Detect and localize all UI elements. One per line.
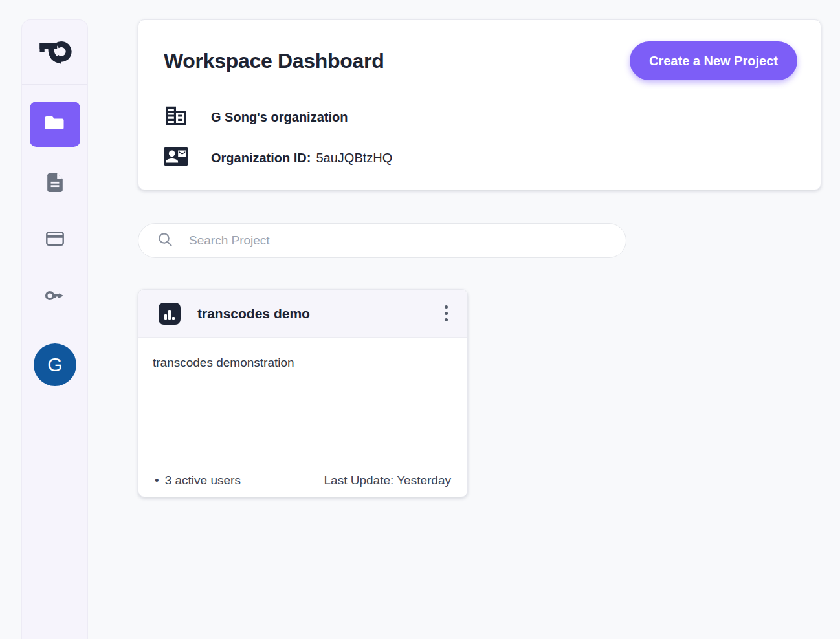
project-card-header: transcodes demo	[138, 290, 467, 338]
last-update-text: Last Update: Yesterday	[324, 473, 451, 488]
user-avatar[interactable]: G	[34, 343, 76, 386]
organization-id-value: 5auJQBtzHQ	[316, 151, 392, 165]
create-new-project-button[interactable]: Create a New Project	[630, 41, 797, 80]
sidebar-item-documents[interactable]	[22, 173, 87, 195]
credit-card-icon	[46, 232, 64, 248]
document-icon	[47, 173, 63, 195]
project-description: transcodes demonstration	[138, 338, 467, 388]
active-users-text: 3 active users	[165, 473, 241, 488]
search-icon	[158, 232, 173, 250]
project-card-footer: • 3 active users Last Update: Yesterday	[138, 464, 467, 497]
tc-logo-icon	[38, 36, 72, 69]
sidebar-item-billing[interactable]	[22, 232, 87, 248]
project-search	[138, 223, 626, 258]
organization-building-icon	[164, 103, 188, 131]
sidebar: G	[21, 19, 88, 639]
folder-icon	[45, 115, 65, 133]
sidebar-item-projects[interactable]	[30, 102, 80, 147]
organization-name: G Song's organization	[211, 110, 348, 125]
bullet-icon: •	[155, 473, 159, 488]
project-title: transcodes demo	[197, 306, 441, 321]
sidebar-divider	[22, 336, 87, 336]
contact-mail-icon	[164, 144, 188, 171]
app-logo[interactable]	[22, 20, 87, 85]
project-card[interactable]: transcodes demo transcodes demonstration…	[138, 289, 468, 497]
key-icon	[45, 289, 65, 305]
avatar-initial: G	[47, 354, 62, 376]
project-menu-button[interactable]	[441, 301, 452, 325]
sidebar-item-api-keys[interactable]	[22, 289, 87, 305]
active-users: • 3 active users	[155, 473, 241, 488]
organization-id-label: Organization ID:	[211, 151, 311, 165]
search-input[interactable]	[189, 233, 613, 248]
organization-name-row: G Song's organization	[164, 105, 348, 129]
workspace-header-card: Workspace Dashboard Create a New Project…	[138, 19, 821, 190]
page-title: Workspace Dashboard	[164, 49, 384, 73]
workspace-dashboard-page: G Workspace Dashboard Create a New Proje…	[0, 0, 840, 639]
bar-chart-icon	[159, 303, 181, 325]
organization-id-row: Organization ID:5auJQBtzHQ	[164, 146, 392, 170]
